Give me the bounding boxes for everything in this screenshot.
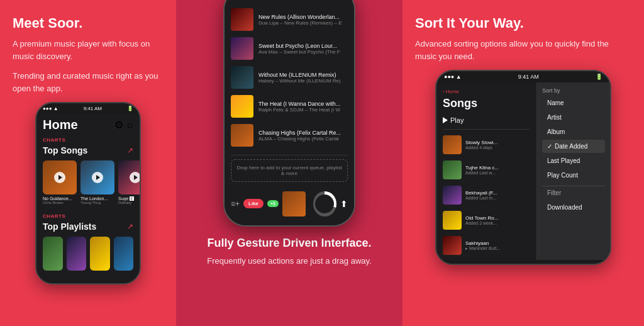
drop-zone-text: Drop here to add to your current queue, … <box>236 165 341 176</box>
play-row[interactable]: Play <box>436 114 536 126</box>
song-sub: ▸ Maninder Butt... <box>465 246 530 251</box>
song-title: Slowly Slowi... <box>465 140 530 145</box>
song-thumbnail <box>231 95 253 118</box>
song-artist: Halsey – Without Me (ILLENIUM Re) <box>258 78 348 84</box>
left-subtitle1: A premium music player with focus on mus… <box>13 38 164 62</box>
song-title: Chasing Highs (Felix Cartal Re... <box>258 130 348 136</box>
song-name: No Guidance... <box>43 196 77 201</box>
now-playing-thumb <box>282 191 306 216</box>
sort-option-name[interactable]: Name <box>542 96 605 110</box>
left-battery-icon: 🔋 <box>127 106 133 111</box>
progress-ring <box>313 191 336 216</box>
song-title: Sweet but Psycho (Leon Lour... <box>258 43 348 49</box>
play-button[interactable] <box>130 172 140 183</box>
song-title: Tujhe Kitna c... <box>465 165 530 171</box>
back-label: Home <box>446 89 459 94</box>
list-item[interactable]: Old Town Ro... Added 2 week... <box>436 208 536 233</box>
list-item[interactable]: Sakhiyaan ▸ Maninder Butt... <box>436 233 536 258</box>
list-item[interactable] <box>90 237 110 271</box>
right-battery-icon: 🔋 <box>596 74 602 80</box>
song-artist: Ava Max – Sweet but Psycho (The F <box>258 49 348 55</box>
sort-option-label: Name <box>547 99 564 106</box>
mid-song-list: New Rules (Allison Wonderlan... Dua Lipa… <box>225 3 354 152</box>
sort-option-date-added[interactable]: ✓ Date Added <box>542 140 605 153</box>
song-info: Sakhiyaan ▸ Maninder Butt... <box>465 240 530 251</box>
chevron-left-icon: ‹ <box>443 89 445 94</box>
filter-label: Filter <box>547 189 561 196</box>
gesture-sub: Frequently used actions are just a drag … <box>207 255 371 267</box>
right-panel: Sort It Your Way. Advanced sorting optio… <box>402 0 644 326</box>
share-button[interactable]: ⬆ <box>340 199 348 209</box>
right-time: 9:41 AM <box>518 74 539 80</box>
mid-phone-mockup: ●●● ▲ 9:41 AM 🔋 New Rules (Allison Wonde… <box>223 0 355 227</box>
left-top-playlists-title: Top Playlists <box>43 222 96 232</box>
song-info: Old Town Ro... Added 2 week... <box>465 215 530 225</box>
like-button[interactable]: Like <box>243 199 264 208</box>
sort-option-last-played[interactable]: Last Played <box>542 154 605 167</box>
right-phone-container: ●●● ▲ 9:41 AM 🔋 ‹ Home Songs <box>415 70 631 265</box>
left-signal-icon: ●●● ▲ <box>43 106 58 111</box>
list-item[interactable]: Chasing Highs (Felix Cartal Re... ALMA –… <box>225 121 354 150</box>
song-thumbnail <box>231 66 253 89</box>
song-name: The London... <box>80 196 114 201</box>
gesture-headline: Fully Gesture Driven Interface. <box>207 237 371 250</box>
list-item[interactable]: Suge 🅴 DaBaby <box>118 160 140 205</box>
plus3-badge: +3 <box>267 200 279 207</box>
sort-option-label: Last Played <box>547 157 580 164</box>
list-item[interactable]: Tujhe Kitna c... Added Last w... <box>436 157 536 183</box>
list-item[interactable]: Slowly Slowi... Added 4 days <box>436 132 536 157</box>
play-button[interactable] <box>54 172 65 183</box>
song-thumbnail <box>231 8 253 31</box>
song-thumbnail <box>443 135 462 154</box>
song-info: Chasing Highs (Felix Cartal Re... ALMA –… <box>258 130 348 142</box>
song-info: New Rules (Allison Wonderlan... Dua Lipa… <box>258 14 348 26</box>
right-status-bar: ●●● ▲ 9:41 AM 🔋 <box>436 71 610 82</box>
left-charts-label: CHARTS <box>36 136 140 144</box>
list-item[interactable]: No Guidance... Chris Brown <box>43 160 77 205</box>
filter-divider: Filter <box>542 186 605 200</box>
song-title: New Rules (Allison Wonderlan... <box>258 14 348 20</box>
mid-phone-screen: ●●● ▲ 9:41 AM 🔋 New Rules (Allison Wonde… <box>225 0 354 225</box>
song-artist: Young Thug <box>80 201 114 205</box>
right-headline: Sort It Your Way. <box>415 15 631 31</box>
song-thumbnail <box>231 37 253 60</box>
play-icon <box>443 117 448 123</box>
drop-zone[interactable]: Drop here to add to your current queue, … <box>231 159 348 182</box>
list-item[interactable]: Bekhayali (F... Added Last m... <box>436 183 536 208</box>
play-label: Play <box>450 116 464 124</box>
song-sub: Added Last m... <box>465 196 530 200</box>
list-item[interactable]: The Heat (I Wanna Dance with... Ralph Fe… <box>225 92 354 121</box>
sort-option-label: Artist <box>547 114 562 121</box>
list-item[interactable] <box>43 237 63 271</box>
list-item[interactable]: New Rules (Allison Wonderlan... Dua Lipa… <box>225 5 354 34</box>
search-icon[interactable]: ⌕ <box>127 119 133 131</box>
song-sub: Added 2 week... <box>465 221 530 225</box>
sort-option-downloaded[interactable]: Downloaded <box>542 201 605 214</box>
right-divider <box>443 129 530 130</box>
song-info: Without Me (ILLENIUM Remix) Halsey – Wit… <box>258 72 348 84</box>
right-subtitle: Advanced sorting options allow you to qu… <box>415 38 631 62</box>
left-phone-header: Home ⚙ ⌕ <box>36 114 140 136</box>
back-button[interactable]: ‹ Home <box>443 89 530 94</box>
list-item[interactable]: The London... Young Thug <box>80 160 114 205</box>
song-info: Sweet but Psycho (Leon Lour... Ava Max –… <box>258 43 348 55</box>
song-thumbnail <box>443 160 462 179</box>
sort-option-album[interactable]: Album <box>542 125 605 138</box>
playlist-cards <box>36 233 140 274</box>
play-button[interactable] <box>92 172 103 183</box>
sort-by-label: Sort by <box>542 87 605 94</box>
list-item[interactable] <box>67 237 87 271</box>
list-item[interactable] <box>114 237 134 271</box>
left-headline: Meet Soor. <box>13 15 164 31</box>
sort-option-play-count[interactable]: Play Count <box>542 169 605 182</box>
list-item[interactable]: Without Me (ILLENIUM Remix) Halsey – Wit… <box>225 63 354 92</box>
song-info: Slowly Slowi... Added 4 days <box>465 140 530 150</box>
settings-icon[interactable]: ⚙ <box>114 119 123 131</box>
sort-option-label: Date Added <box>555 143 587 150</box>
sort-option-artist[interactable]: Artist <box>542 111 605 124</box>
middle-panel: ●●● ▲ 9:41 AM 🔋 New Rules (Allison Wonde… <box>176 0 402 326</box>
list-item[interactable]: Sweet but Psycho (Leon Lour... Ava Max –… <box>225 34 354 63</box>
songs-list-column: ‹ Home Songs Play Slow <box>436 82 537 260</box>
song-name: Suge 🅴 <box>118 196 140 201</box>
queue-icon[interactable]: ≡+ <box>231 200 240 208</box>
